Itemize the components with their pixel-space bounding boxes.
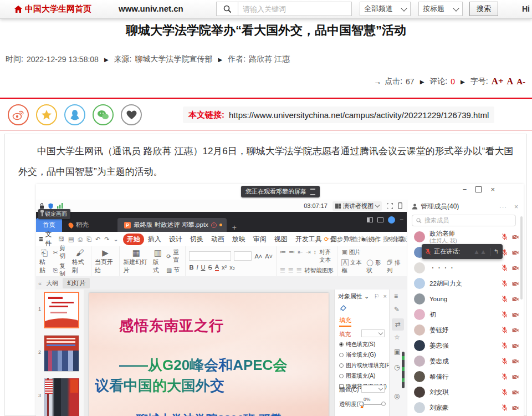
wps-menu-item[interactable]: 设计 xyxy=(165,234,186,245)
tab-outline[interactable]: 大纲 xyxy=(46,279,58,287)
greeting-text[interactable]: Hi xyxy=(522,4,530,13)
wps-menu-item[interactable]: 插入 xyxy=(144,234,165,245)
align-left-icon[interactable]: ☰ xyxy=(280,267,285,275)
wps-minimize-button[interactable]: − xyxy=(400,216,403,224)
participant-row[interactable]: 刘安琪 xyxy=(407,384,524,400)
object-properties-icon[interactable]: ⇄ xyxy=(392,318,404,331)
raise-hand-icon[interactable]: ↰ xyxy=(494,248,499,255)
members-scrollbar[interactable] xyxy=(520,216,523,300)
fill-option[interactable]: 图片或纹理填充(P) xyxy=(339,362,392,369)
wps-avatar[interactable] xyxy=(388,216,395,224)
close-panel-icon[interactable]: × xyxy=(383,293,387,300)
outdent-icon[interactable]: ⇤ xyxy=(298,248,303,264)
shield-icon[interactable] xyxy=(48,203,53,209)
mic-muted-icon[interactable] xyxy=(502,327,507,333)
fill-option[interactable]: 纯色填充(S) xyxy=(339,341,392,348)
font-increase-icon[interactable]: A˄ xyxy=(254,253,262,260)
more-options-icon[interactable]: ··· xyxy=(499,204,507,210)
field-select[interactable]: 按标题 xyxy=(418,2,463,16)
play-from-page-button[interactable]: ▶当页开始 xyxy=(95,248,116,275)
textbox-button[interactable]: 🄰 文本框 xyxy=(341,259,364,275)
restore-button[interactable] xyxy=(475,186,482,192)
font-size-box[interactable] xyxy=(234,251,252,261)
indent-icon[interactable]: ⇥ xyxy=(305,248,310,264)
split-view-icon[interactable] xyxy=(367,217,373,222)
format-brush-icon[interactable]: ✎ xyxy=(394,306,400,313)
wps-menu-item[interactable]: 视图 xyxy=(270,234,291,245)
share-weibo-button[interactable] xyxy=(8,104,29,125)
smart-art-button[interactable]: 转智能图形 xyxy=(305,267,334,275)
current-slide[interactable]: 感悟东南亚之行 ——从G20峰会和APEC会 议看中国的大国外交 聊城大学法学院… xyxy=(89,293,329,416)
mic-muted-icon[interactable] xyxy=(502,358,507,364)
slide-thumbnail-1[interactable] xyxy=(44,292,79,328)
grid-menu-icon[interactable] xyxy=(310,189,315,195)
collapse-pane-icon[interactable]: « xyxy=(38,280,42,287)
camera-off-icon[interactable] xyxy=(512,390,519,395)
participant-row[interactable]: 姜忠强 xyxy=(407,338,524,353)
layout-button[interactable]: ▥版式 xyxy=(152,248,163,275)
mic-muted-icon[interactable] xyxy=(502,342,507,349)
view-mode-selector[interactable]: 演讲者视图 xyxy=(332,201,382,211)
signal-icon[interactable] xyxy=(57,203,63,209)
tab-slides[interactable]: 幻灯片 xyxy=(63,278,90,288)
arrange-button[interactable]: 🗇 排列 xyxy=(387,259,403,275)
mic-muted-icon[interactable] xyxy=(502,373,507,380)
sync-status[interactable]: ⟳ 同步异常 xyxy=(324,235,355,243)
comments-value[interactable]: 0 xyxy=(451,77,455,86)
share-favorite-button[interactable] xyxy=(121,104,142,125)
camera-off-icon[interactable] xyxy=(512,343,519,348)
slide-thumbnail-2[interactable] xyxy=(44,335,79,372)
participant-row[interactable]: Young xyxy=(407,291,524,307)
section-button[interactable]: ▧节 xyxy=(166,266,182,274)
pin-panel-icon[interactable]: ⚐ xyxy=(374,293,380,300)
camera-off-icon[interactable] xyxy=(512,266,519,271)
reset-button[interactable]: ⟳重置 xyxy=(166,248,182,264)
comments-label[interactable]: 评论: xyxy=(429,77,447,87)
camera-off-icon[interactable] xyxy=(512,405,519,410)
participant-row[interactable]: 22胡同力文 xyxy=(407,276,524,291)
shape-button[interactable]: ◯ 形状 xyxy=(367,259,384,275)
lock-icon[interactable] xyxy=(39,203,44,209)
font-name-box[interactable] xyxy=(189,251,231,261)
fill-bucket-icon[interactable] xyxy=(339,304,347,313)
underline-button[interactable]: U xyxy=(201,264,205,271)
redo-icon[interactable]: ↷ xyxy=(104,236,109,243)
home-link[interactable]: 中国大学生网首页 xyxy=(14,4,91,14)
participant-row[interactable]: 初 xyxy=(407,307,524,322)
mic-muted-icon[interactable] xyxy=(502,311,507,318)
article-link-url[interactable]: https://www.universitychina.net/campus/a… xyxy=(229,110,489,120)
color-dropdown[interactable] xyxy=(361,385,385,393)
wps-menu-item[interactable]: 放映 xyxy=(228,234,249,245)
search-icon-button[interactable] xyxy=(216,2,238,16)
fill-dropdown[interactable] xyxy=(361,329,385,337)
file-menu-button[interactable]: 文件 xyxy=(39,230,54,248)
wps-menu-item[interactable]: 切换 xyxy=(186,234,207,245)
wps-menu-item[interactable]: 审阅 xyxy=(249,234,270,245)
channel-select[interactable]: 全部频道 xyxy=(360,2,411,16)
fill-tab[interactable]: 填充 xyxy=(339,316,351,327)
cut-button[interactable]: ✂剪切 xyxy=(53,245,69,260)
format-painter-button[interactable]: 🖌格式刷 xyxy=(72,248,88,275)
share-wechat-button[interactable] xyxy=(93,104,114,125)
member-search-box[interactable]: 搜索成员 xyxy=(412,215,516,226)
camera-off-icon[interactable] xyxy=(512,328,519,333)
collapse-arrow-icon[interactable]: ‹ xyxy=(403,378,405,384)
strikethrough-button[interactable]: S xyxy=(208,264,212,271)
share-qq-button[interactable] xyxy=(64,104,85,125)
camera-off-icon[interactable] xyxy=(512,281,519,286)
wps-menu-item[interactable]: 动画 xyxy=(207,234,228,245)
collab-button[interactable]: ☻ 协作 xyxy=(360,235,381,243)
share-button[interactable]: ↗ 分享 xyxy=(386,235,405,243)
mic-muted-icon[interactable] xyxy=(502,280,507,287)
font-color-button[interactable]: A xyxy=(215,263,219,271)
camera-off-icon[interactable] xyxy=(512,250,519,255)
clock-icon[interactable]: ◷ xyxy=(394,364,400,371)
participant-row[interactable]: 黎倩行 xyxy=(407,369,524,384)
wps-tab-document[interactable]: P 最终版 时政述评 邓攀.pptx ! xyxy=(117,218,227,232)
settings-icon[interactable]: ◎ xyxy=(394,393,400,399)
chevron-down-icon[interactable]: ⌄ xyxy=(113,236,118,243)
participant-row[interactable]: ・・・・ xyxy=(407,260,524,276)
slide-thumbnail-3[interactable] xyxy=(44,378,79,416)
share-qzone-button[interactable] xyxy=(36,104,57,125)
new-slide-button[interactable]: ▦新建幻灯片 xyxy=(123,248,149,275)
